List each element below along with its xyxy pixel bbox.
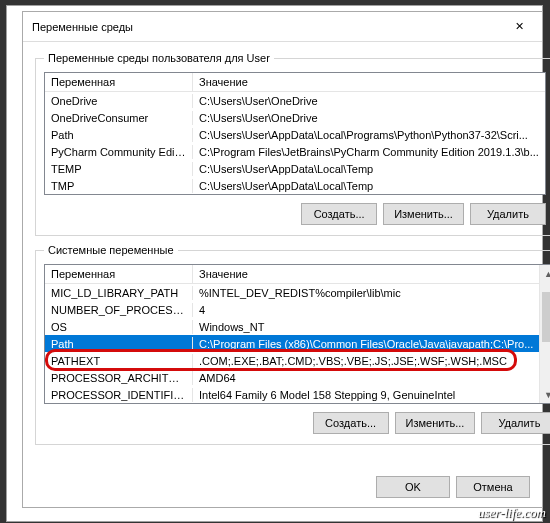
watermark: user-life.com bbox=[478, 505, 546, 521]
scroll-down-icon[interactable]: ▼ bbox=[540, 386, 550, 403]
system-delete-button[interactable]: Удалить bbox=[481, 412, 550, 434]
column-variable[interactable]: Переменная bbox=[45, 73, 193, 91]
titlebar: Переменные среды ✕ bbox=[23, 12, 542, 42]
cell-value: C:\Users\User\OneDrive bbox=[193, 94, 545, 108]
outer-frame: Переменные среды ✕ Переменные среды поль… bbox=[6, 5, 543, 522]
user-button-row: Создать... Изменить... Удалить bbox=[44, 203, 546, 225]
system-edit-button[interactable]: Изменить... bbox=[395, 412, 476, 434]
cell-variable: TMP bbox=[45, 179, 193, 193]
table-row[interactable]: PROCESSOR_IDENTIFIERIntel64 Family 6 Mod… bbox=[45, 386, 539, 403]
scroll-track[interactable] bbox=[540, 282, 550, 386]
table-row[interactable]: PathC:\Users\User\AppData\Local\Programs… bbox=[45, 126, 545, 143]
cell-variable: Path bbox=[45, 337, 193, 351]
cell-value: AMD64 bbox=[193, 371, 539, 385]
table-row[interactable]: TEMPC:\Users\User\AppData\Local\Temp bbox=[45, 160, 545, 177]
dialog-content: Переменные среды пользователя для User П… bbox=[23, 42, 542, 471]
cell-variable: PATHEXT bbox=[45, 354, 193, 368]
system-list-header: Переменная Значение bbox=[45, 265, 539, 284]
cell-value: C:\Program Files\JetBrains\PyCharm Commu… bbox=[193, 145, 545, 159]
system-variables-group: Системные переменные Переменная Значение… bbox=[35, 244, 550, 445]
user-new-button[interactable]: Создать... bbox=[301, 203, 377, 225]
scroll-thumb[interactable] bbox=[542, 292, 550, 342]
cell-variable: OneDriveConsumer bbox=[45, 111, 193, 125]
scrollbar[interactable]: ▲ ▼ bbox=[539, 265, 550, 403]
table-row[interactable]: PyCharm Community EditionC:\Program File… bbox=[45, 143, 545, 160]
table-row[interactable]: NUMBER_OF_PROCESSORS4 bbox=[45, 301, 539, 318]
system-button-row: Создать... Изменить... Удалить bbox=[44, 412, 550, 434]
scroll-up-icon[interactable]: ▲ bbox=[540, 265, 550, 282]
cell-value: C:\Users\User\AppData\Local\Programs\Pyt… bbox=[193, 128, 545, 142]
cell-value: C:\Program Files (x86)\Common Files\Orac… bbox=[193, 337, 539, 351]
user-edit-button[interactable]: Изменить... bbox=[383, 203, 464, 225]
table-row[interactable]: TMPC:\Users\User\AppData\Local\Temp bbox=[45, 177, 545, 194]
ok-button[interactable]: OK bbox=[376, 476, 450, 498]
window-title: Переменные среды bbox=[23, 21, 497, 33]
user-variables-group: Переменные среды пользователя для User П… bbox=[35, 52, 550, 236]
cell-variable: OneDrive bbox=[45, 94, 193, 108]
system-rows-area: MIC_LD_LIBRARY_PATH%INTEL_DEV_REDIST%com… bbox=[45, 284, 539, 403]
column-variable[interactable]: Переменная bbox=[45, 265, 193, 283]
dialog-button-row: OK Отмена bbox=[23, 471, 542, 507]
cell-variable: PyCharm Community Edition bbox=[45, 145, 193, 159]
cell-variable: Path bbox=[45, 128, 193, 142]
close-icon: ✕ bbox=[515, 20, 524, 33]
dialog-window: Переменные среды ✕ Переменные среды поль… bbox=[22, 11, 543, 508]
cell-variable: TEMP bbox=[45, 162, 193, 176]
column-value[interactable]: Значение bbox=[193, 265, 539, 283]
cell-variable: MIC_LD_LIBRARY_PATH bbox=[45, 286, 193, 300]
close-button[interactable]: ✕ bbox=[497, 12, 542, 41]
cell-variable: PROCESSOR_IDENTIFIER bbox=[45, 388, 193, 402]
user-rows-area: OneDriveC:\Users\User\OneDriveOneDriveCo… bbox=[45, 92, 545, 194]
system-new-button[interactable]: Создать... bbox=[313, 412, 389, 434]
table-row[interactable]: OSWindows_NT bbox=[45, 318, 539, 335]
cell-value: 4 bbox=[193, 303, 539, 317]
cell-value: Windows_NT bbox=[193, 320, 539, 334]
cell-variable: PROCESSOR_ARCHITECTURE bbox=[45, 371, 193, 385]
system-group-legend: Системные переменные bbox=[44, 244, 178, 256]
table-row[interactable]: OneDriveC:\Users\User\OneDrive bbox=[45, 92, 545, 109]
cancel-button[interactable]: Отмена bbox=[456, 476, 530, 498]
cell-variable: OS bbox=[45, 320, 193, 334]
user-list-header: Переменная Значение bbox=[45, 73, 545, 92]
table-row[interactable]: OneDriveConsumerC:\Users\User\OneDrive bbox=[45, 109, 545, 126]
table-row[interactable]: PathC:\Program Files (x86)\Common Files\… bbox=[45, 335, 539, 352]
cell-value: .COM;.EXE;.BAT;.CMD;.VBS;.VBE;.JS;.JSE;.… bbox=[193, 354, 539, 368]
system-variables-list[interactable]: Переменная Значение MIC_LD_LIBRARY_PATH%… bbox=[44, 264, 550, 404]
table-row[interactable]: PROCESSOR_ARCHITECTUREAMD64 bbox=[45, 369, 539, 386]
user-variables-list[interactable]: Переменная Значение OneDriveC:\Users\Use… bbox=[44, 72, 546, 195]
table-row[interactable]: PATHEXT.COM;.EXE;.BAT;.CMD;.VBS;.VBE;.JS… bbox=[45, 352, 539, 369]
cell-value: %INTEL_DEV_REDIST%compiler\lib\mic bbox=[193, 286, 539, 300]
cell-variable: NUMBER_OF_PROCESSORS bbox=[45, 303, 193, 317]
cell-value: C:\Users\User\AppData\Local\Temp bbox=[193, 162, 545, 176]
cell-value: C:\Users\User\OneDrive bbox=[193, 111, 545, 125]
cell-value: C:\Users\User\AppData\Local\Temp bbox=[193, 179, 545, 193]
cell-value: Intel64 Family 6 Model 158 Stepping 9, G… bbox=[193, 388, 539, 402]
user-group-legend: Переменные среды пользователя для User bbox=[44, 52, 274, 64]
column-value[interactable]: Значение bbox=[193, 73, 545, 91]
user-delete-button[interactable]: Удалить bbox=[470, 203, 546, 225]
table-row[interactable]: MIC_LD_LIBRARY_PATH%INTEL_DEV_REDIST%com… bbox=[45, 284, 539, 301]
